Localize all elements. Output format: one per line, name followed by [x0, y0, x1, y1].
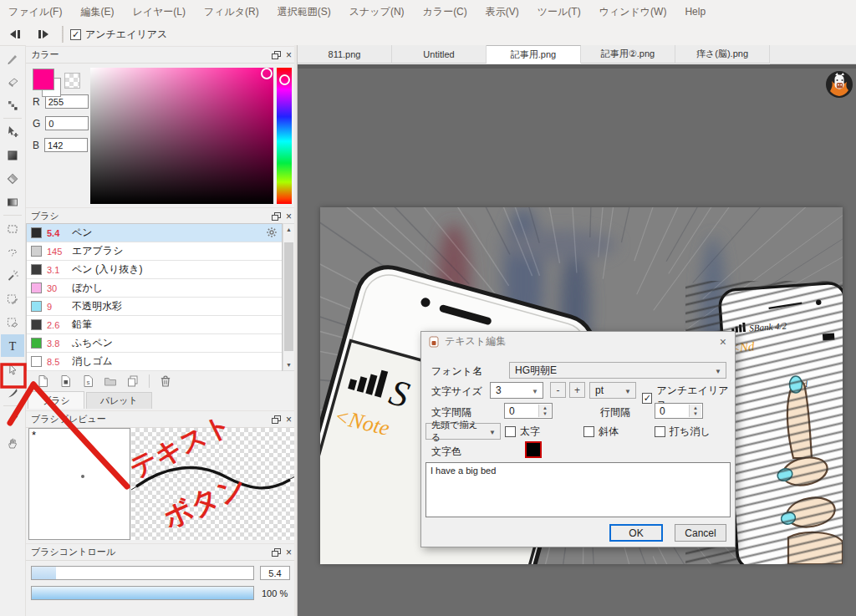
brush-row[interactable]: 3.8ふちペン: [27, 334, 282, 353]
brush-row[interactable]: 8.5消しゴム: [27, 353, 282, 371]
dock-splitter[interactable]: [294, 45, 298, 616]
delete-brush-button[interactable]: [157, 374, 174, 389]
font-name-select[interactable]: HG明朝E▼: [509, 362, 726, 379]
brush-tool[interactable]: [1, 47, 24, 69]
menu-tool[interactable]: ツール(T): [538, 5, 581, 19]
brush-list-scrollbar[interactable]: ▲ ▼: [283, 223, 295, 371]
add-bitmap-brush-button[interactable]: [57, 374, 74, 389]
char-spacing-label: 文字間隔: [431, 405, 471, 420]
font-size-combo[interactable]: 3▼: [490, 382, 543, 399]
tool-separator: [3, 215, 22, 216]
menu-layer[interactable]: レイヤー(L): [132, 5, 186, 19]
transparent-color-swatch[interactable]: [64, 73, 80, 89]
eraser-tool[interactable]: [1, 70, 24, 93]
size-minus-button[interactable]: -: [550, 382, 566, 398]
scroll-up-icon[interactable]: ▲: [283, 224, 294, 235]
menu-help[interactable]: Help: [685, 6, 706, 18]
brush-row[interactable]: 145エアブラシ: [27, 242, 282, 261]
document-tab[interactable]: 痒さ(脳).png: [675, 45, 770, 64]
brush-row[interactable]: 3.1ペン (入り抜き): [27, 261, 282, 279]
operation-tool[interactable]: [1, 358, 24, 380]
eyedropper-tool[interactable]: [1, 408, 24, 430]
move-tool[interactable]: [1, 120, 24, 143]
select-eraser-tool[interactable]: [1, 311, 24, 333]
brush-size-value[interactable]: 5.4: [260, 566, 290, 580]
cancel-button[interactable]: Cancel: [675, 524, 726, 542]
menu-view[interactable]: 表示(V): [486, 5, 519, 19]
antialias-checkbox[interactable]: ✓ アンチエイリアス: [70, 28, 167, 42]
menu-color[interactable]: カラー(C): [423, 5, 467, 19]
magic-wand-tool[interactable]: [1, 264, 24, 287]
font-name-label: フォント名: [431, 364, 482, 379]
dot-tool[interactable]: [1, 94, 24, 116]
close-panel-icon[interactable]: ×: [286, 212, 292, 221]
foreground-color-swatch[interactable]: [33, 69, 54, 90]
document-tab[interactable]: 811.png: [298, 45, 392, 64]
brush-folder-button[interactable]: [102, 374, 119, 389]
menu-window[interactable]: ウィンドウ(W): [599, 5, 667, 19]
saturation-value-picker[interactable]: [90, 68, 273, 204]
text-tool[interactable]: T: [1, 334, 24, 357]
next-button[interactable]: [32, 26, 54, 43]
close-panel-icon[interactable]: ×: [286, 548, 292, 557]
select-pen-tool[interactable]: [1, 288, 24, 310]
brush-row[interactable]: 9不透明水彩: [27, 298, 282, 316]
green-input[interactable]: [45, 116, 89, 130]
spinner-arrows-icon[interactable]: ▲▼: [538, 405, 551, 417]
text-color-swatch[interactable]: [525, 441, 542, 458]
size-plus-button[interactable]: +: [569, 382, 585, 398]
menu-edit[interactable]: 編集(E): [80, 5, 114, 19]
duplicate-brush-button[interactable]: [125, 374, 141, 389]
ok-button[interactable]: OK: [609, 524, 663, 542]
dialog-close-icon[interactable]: ×: [720, 335, 726, 349]
brush-row[interactable]: 30ぼかし: [27, 279, 282, 298]
brush-size-slider[interactable]: [31, 566, 254, 580]
italic-checkbox[interactable]: 斜体: [583, 425, 619, 439]
menu-filter[interactable]: フィルタ(R): [204, 5, 259, 19]
add-script-brush-button[interactable]: s: [79, 374, 96, 389]
gradient-tool[interactable]: [1, 191, 24, 213]
line-spacing-spinner[interactable]: 0▲▼: [655, 403, 703, 419]
close-panel-icon[interactable]: ×: [286, 415, 292, 424]
float-panel-icon[interactable]: [272, 548, 281, 557]
close-panel-icon[interactable]: ×: [286, 51, 292, 59]
scrollbar-thumb[interactable]: [284, 242, 293, 351]
brush-row[interactable]: 5.4ペン: [27, 224, 282, 242]
dialog-titlebar[interactable]: テキスト編集 ×: [421, 332, 735, 351]
size-unit-select[interactable]: pt▼: [589, 382, 636, 399]
menu-file[interactable]: ファイル(F): [8, 5, 62, 19]
bucket-tool[interactable]: [1, 167, 24, 190]
float-panel-icon[interactable]: [272, 212, 281, 221]
hand-tool[interactable]: [1, 431, 24, 454]
document-tab[interactable]: 記事用②.png: [581, 45, 675, 64]
page-pen-icon: [59, 374, 72, 388]
menu-snap[interactable]: スナップ(N): [349, 5, 405, 19]
float-panel-icon[interactable]: [272, 51, 281, 59]
curve-tool[interactable]: [1, 381, 24, 404]
blue-input[interactable]: [44, 138, 88, 152]
float-panel-icon[interactable]: [272, 415, 281, 424]
char-spacing-spinner[interactable]: 0▲▼: [504, 403, 553, 419]
fill-tool[interactable]: [1, 144, 24, 166]
brush-settings-gear-icon[interactable]: [266, 227, 278, 241]
hue-slider[interactable]: [277, 68, 292, 204]
menu-select[interactable]: 選択範囲(S): [278, 5, 331, 19]
align-select[interactable]: 先頭で揃える▼: [425, 423, 501, 440]
strikethrough-checkbox[interactable]: 打ち消し: [655, 425, 711, 439]
tab-brush[interactable]: ブラシ: [28, 391, 84, 409]
add-brush-button[interactable]: [34, 374, 51, 389]
brush-opacity-slider[interactable]: [31, 586, 254, 600]
document-tab-active[interactable]: 記事用.png: [487, 45, 581, 64]
document-tab[interactable]: Untitled: [392, 45, 487, 64]
lasso-tool[interactable]: [1, 241, 24, 263]
scroll-down-icon[interactable]: ▼: [283, 359, 294, 370]
brush-stroke-sample-area: [131, 428, 295, 540]
toolbar-separator: [62, 26, 64, 43]
spinner-arrows-icon[interactable]: ▲▼: [689, 405, 701, 417]
bold-checkbox[interactable]: 太字: [505, 425, 540, 439]
select-rect-tool[interactable]: [1, 217, 24, 240]
brush-row[interactable]: 2.6鉛筆: [27, 316, 282, 334]
text-content-input[interactable]: [425, 462, 731, 517]
tab-palette[interactable]: パレット: [86, 392, 152, 409]
prev-button[interactable]: [5, 26, 27, 43]
